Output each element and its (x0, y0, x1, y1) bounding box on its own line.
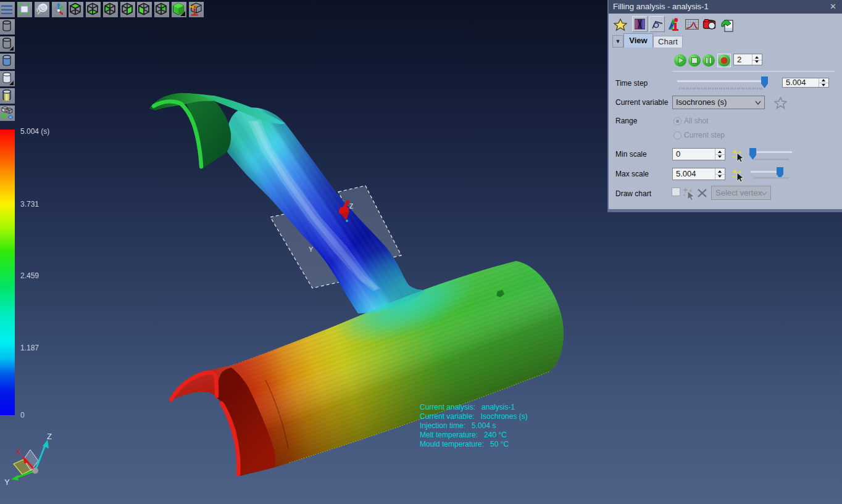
svg-text:Y: Y (309, 246, 314, 253)
svg-text:Z: Z (47, 432, 52, 441)
svg-text:X: X (15, 447, 21, 456)
svg-text:Z: Z (349, 203, 353, 210)
svg-text:Y: Y (4, 477, 10, 487)
